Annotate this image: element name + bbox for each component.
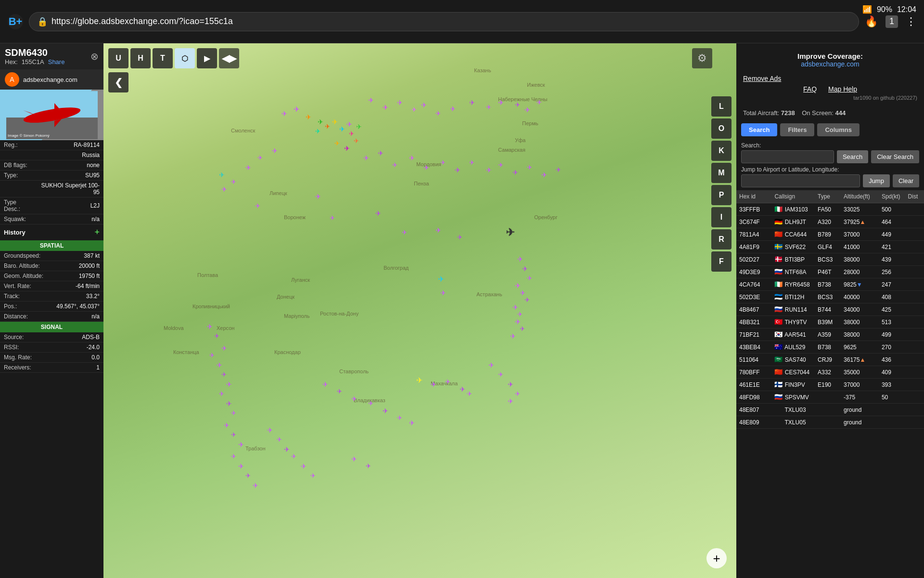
settings-button[interactable]: ⚙ (692, 48, 712, 68)
cell-callsign: 🇸🇪 SVF622 (771, 241, 815, 253)
table-row[interactable]: 7811A4 🇨🇳 CCA644 B789 37000 449 (736, 228, 924, 241)
plane-icon: ✈ (214, 332, 219, 340)
map-btn-K[interactable]: K (711, 141, 732, 161)
jump-button[interactable]: Jump (863, 174, 890, 187)
map-btn-layers[interactable]: ⬡ (175, 48, 195, 68)
map-btn-I[interactable]: I (711, 207, 732, 227)
tab-count[interactable]: 1 (886, 15, 898, 28)
cell-spd: 393 (879, 379, 905, 391)
cell-callsign: 🇹🇷 THY9TV (771, 316, 815, 328)
table-row[interactable]: 4A81F9 🇸🇪 SVF622 GLF4 41000 421 (736, 241, 924, 253)
cell-hexid: 4BB321 (736, 316, 771, 328)
share-link[interactable]: Share (48, 58, 65, 66)
aircraft-title: SDM6430 (5, 47, 64, 58)
table-row[interactable]: 3C674F 🇩🇪 DLH9JT A320 37925▲ 464 (736, 216, 924, 228)
table-row[interactable]: 780BFF 🇨🇳 CES7044 A332 35000 409 (736, 366, 924, 379)
clear-search-button[interactable]: Clear Search (871, 150, 919, 163)
faq-button[interactable]: FAQ (803, 85, 817, 93)
map-btn-next[interactable]: ▶ (197, 48, 217, 68)
map-label: Трабзон (245, 446, 266, 451)
zoom-in-button[interactable]: + (706, 548, 727, 568)
map-btn-P[interactable]: P (711, 185, 732, 205)
col-header-spd[interactable]: Spd(kt) (879, 190, 905, 203)
jump-input[interactable] (741, 174, 860, 187)
table-row[interactable]: 49D3E9 🇷🇺 NTF68A P46T 28000 256 (736, 266, 924, 278)
cell-dist (905, 303, 924, 316)
clear-button[interactable]: Clear (893, 174, 919, 187)
selected-plane-icon: ✈ (506, 226, 514, 239)
address-bar[interactable]: 🔒 https://globe.adsbexchange.com/?icao=1… (29, 12, 859, 31)
map-btn-toggle[interactable]: ◀▶ (219, 48, 239, 68)
table-row[interactable]: 502D3E 🇪🇪 BTI12H BCS3 40000 408 (736, 291, 924, 303)
plane-icon: ✈ (217, 361, 222, 369)
map-help-button[interactable]: Map Help (828, 85, 857, 93)
table-row[interactable]: 43BEB4 🇦🇺 AUL529 B738 9625 270 (736, 341, 924, 354)
tab-columns[interactable]: Columns (817, 123, 860, 136)
tab-search[interactable]: Search (741, 123, 777, 136)
cell-dist (905, 228, 924, 241)
table-row[interactable]: 4BB321 🇹🇷 THY9TV B39M 38000 513 (736, 316, 924, 328)
map-label: Воронеж (284, 214, 306, 220)
table-row[interactable]: 48E807 TXLU03 ground (736, 404, 924, 416)
improve-link[interactable]: adsbexchange.com (801, 60, 859, 68)
search-button[interactable]: Search (837, 150, 868, 163)
add-history-button[interactable]: + (94, 227, 100, 237)
plane-icon: ✈ (455, 166, 461, 174)
map-btn-H[interactable]: H (130, 48, 151, 68)
plane-icon: ✈ (334, 140, 340, 147)
plane-icon: ✈ (231, 431, 236, 438)
col-header-dist[interactable]: Dist (905, 190, 924, 203)
tab-filters[interactable]: Filters (780, 123, 814, 136)
cell-spd: 449 (879, 228, 905, 241)
col-header-callsign[interactable]: Callsign (771, 190, 815, 203)
map-btn-O[interactable]: O (711, 118, 732, 139)
cell-spd: 408 (879, 291, 905, 303)
fire-icon[interactable]: 🔥 (865, 15, 878, 28)
table-row[interactable]: 33FFFB 🇮🇹 IAM3103 FA50 33025 500 (736, 203, 924, 216)
map-btn-U[interactable]: U (108, 48, 128, 68)
table-row[interactable]: 4CA764 🇮🇪 RYR6458 B738 9825▼ 247 (736, 278, 924, 291)
col-header-type[interactable]: Type (815, 190, 841, 203)
table-row[interactable]: 4B8467 🇷🇺 RUN114 B744 34000 425 (736, 303, 924, 316)
cell-type (815, 404, 841, 416)
map-btn-F[interactable]: F (711, 251, 732, 272)
plane-icon: ✈ (378, 149, 384, 157)
map-btn-R[interactable]: R (711, 229, 732, 250)
map-label: Херсон (217, 325, 234, 331)
cell-altitude: 38000 (841, 253, 879, 266)
table-row[interactable]: 461E1E 🇫🇮 FIN3PV E190 37000 393 (736, 379, 924, 391)
cell-dist (905, 278, 924, 291)
plane-icon: ✈ (517, 255, 523, 263)
aircraft-info-table: Reg.:RA-89114 Russia DB flags:none Type:… (0, 140, 103, 224)
col-header-hexid[interactable]: Hex id (736, 190, 771, 203)
history-label: History (4, 229, 26, 236)
aircraft-svg: Image © Simon Pokorný (6, 91, 98, 139)
search-input[interactable] (741, 150, 834, 163)
map-area[interactable]: Ижевск Набережные Челны Казань Смоленск … (103, 43, 736, 578)
cell-dist (905, 253, 924, 266)
close-button[interactable]: ⊗ (90, 51, 99, 62)
plane-icon: ✈ (351, 455, 357, 463)
cell-spd: 50 (879, 391, 905, 404)
table-row[interactable]: 71BF21 🇰🇷 AAR541 A359 38000 499 (736, 328, 924, 341)
remove-ads-button[interactable]: Remove Ads (743, 75, 781, 82)
plane-icon: ✈ (515, 101, 520, 108)
plane-icon: ✈ (520, 289, 526, 297)
map-btn-M[interactable]: M (711, 163, 732, 183)
menu-icon[interactable]: ⋮ (906, 15, 916, 28)
map-label: Пенза (414, 181, 429, 186)
map-label: Констанца (173, 349, 199, 355)
map-btn-T[interactable]: T (153, 48, 173, 68)
col-header-altitude[interactable]: Altitude(ft) (841, 190, 879, 203)
plane-icon: ✈ (515, 282, 521, 289)
table-row[interactable]: 511064 🇸🇦 SAS740 CRJ9 36175▲ 436 (736, 354, 924, 366)
history-header: History + (0, 224, 103, 240)
plane-icon: ✈ (440, 159, 446, 166)
cell-callsign: TXLU03 (771, 404, 815, 416)
map-back-button[interactable]: ❮ (108, 72, 128, 92)
map-btn-L[interactable]: L (711, 96, 732, 117)
table-row[interactable]: 48FD98 🇷🇺 SPSVMV -375 50 (736, 391, 924, 404)
plane-icon: ✈ (354, 137, 359, 144)
table-row[interactable]: 502D27 🇩🇰 BTI3BP BCS3 38000 439 (736, 253, 924, 266)
table-row[interactable]: 48E809 TXLU05 ground (736, 416, 924, 429)
